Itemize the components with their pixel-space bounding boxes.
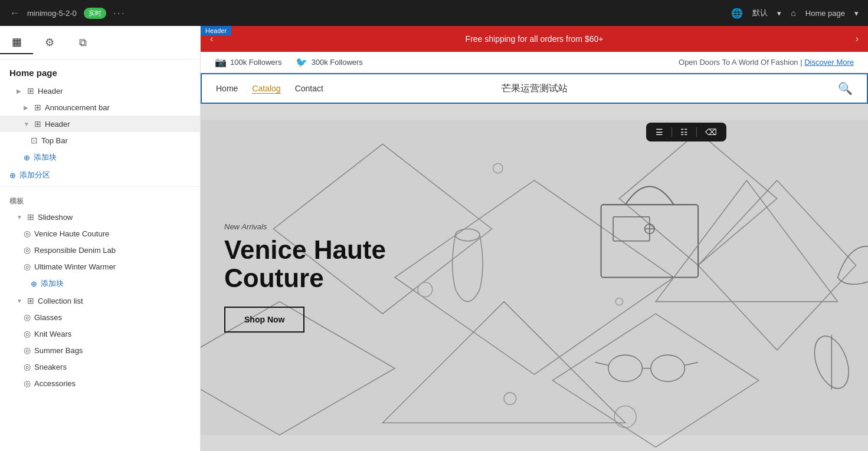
slide-icon-3: ◎ [24,262,31,271]
announcement-text: Free shipping for all orders from $60+ [466,34,604,44]
collection-icon-3: ◎ [24,345,31,355]
home-icon: ⌂ [791,8,795,18]
add-block-button-2[interactable]: ⊕ 添加块 [0,275,200,292]
slide-label-2: Responsible Denim Lab [34,246,191,255]
toolbar-list-icon[interactable]: ☷ [677,126,692,138]
sidebar-item-slide-3[interactable]: ◎ Ultimate Winter Warmer [0,258,200,275]
sidebar-item-slide-2[interactable]: ◎ Responsible Denim Lab [0,242,200,258]
facebook-icon: 🐦 [296,57,307,68]
header-icon: ⊞ [34,119,41,129]
hero-supertitle: New Arrivals [224,222,401,231]
app-title: minimog-5-2-0 [27,9,77,18]
website-preview: Header ‹ Free shipping for all orders fr… [201,26,868,451]
top-bar-icon: ⊡ [31,136,38,145]
templates-section-label: 模板 [0,189,200,209]
hero-title: Venice Haute Couture [224,236,401,293]
hero-content: New Arrivals Venice Haute Couture Shop N… [224,222,401,333]
toolbar-clear-icon[interactable]: ⌫ [702,126,720,138]
sidebar-item-knit-wears[interactable]: ◎ Knit Wears [0,325,200,342]
sidebar-item-accessories[interactable]: ◎ Accessories [0,375,200,391]
home-page-label[interactable]: Home page [805,9,845,18]
sidebar-item-sneakers[interactable]: ◎ Sneakers [0,358,200,375]
expand-icon: ▶ [17,88,24,94]
slide-label-1: Venice Haute Couture [34,229,191,238]
sidebar-icon-layers[interactable]: ▦ [0,31,33,54]
hero-area: New Arrivals Venice Haute Couture Shop N… [201,104,868,451]
globe-icon: 🌐 [731,8,743,19]
nav-link-home[interactable]: Home [216,84,238,94]
collection-list-icon: ⊞ [27,296,34,305]
instagram-icon: 📷 [215,57,227,68]
sidebar-icon-grid[interactable]: ⧉ [66,31,99,54]
sidebar-item-slideshow[interactable]: ▼ ⊞ Slideshow [0,209,200,225]
slide-icon-1: ◎ [24,229,31,238]
sidebar-item-top-bar[interactable]: ⊡ Top Bar [0,132,200,149]
facebook-social: 🐦 300k Followers [296,57,362,68]
instagram-social: 📷 100k Followers [215,57,281,68]
divider-1 [0,186,200,187]
discover-more-link[interactable]: Discover More [804,58,854,67]
add-section-button[interactable]: ⊕ 添加分区 [0,166,200,184]
add-block-button-1[interactable]: ⊕ 添加块 [0,149,200,166]
instagram-followers: 100k Followers [230,58,281,67]
slide-icon-2: ◎ [24,245,31,255]
sidebar-page-header: Home page [0,60,200,83]
collection-icon-4: ◎ [24,362,31,371]
sidebar-item-header-group[interactable]: ▶ ⊞ Header [0,83,200,99]
plus-icon-2: ⊕ [9,171,16,180]
sidebar-item-header[interactable]: ▼ ⊞ Header [0,116,200,132]
collection-label-5: Accessories [34,379,191,388]
chrome-right-actions: 🌐 默认 ▾ ⌂ Home page ▾ [731,8,859,19]
sidebar-item-collection-list[interactable]: ▼ ⊞ Collection list [0,292,200,309]
sidebar-item-slide-1[interactable]: ◎ Venice Haute Couture [0,225,200,242]
more-options-button[interactable]: ··· [113,7,126,19]
plus-icon-1: ⊕ [24,153,30,162]
shop-now-button[interactable]: Shop Now [224,307,304,333]
announcement-prev-arrow[interactable]: ‹ [210,34,213,44]
slideshow-label: Slideshow [38,213,191,222]
collection-list-label: Collection list [38,297,191,305]
collection-icon-2: ◎ [24,329,31,338]
chevron-down-icon: ▾ [777,9,781,18]
preview-frame: Header ‹ Free shipping for all orders fr… [201,26,868,451]
back-button[interactable]: ← [9,7,20,19]
collection-icon-1: ◎ [24,312,31,322]
slide-label-3: Ultimate Winter Warmer [34,262,191,271]
chevron-down-icon2: ▾ [854,9,859,18]
facebook-followers: 300k Followers [311,58,362,67]
tagline: Open Doors To A World Of Fashion | Disco… [679,58,854,67]
toolbar-divider-1 [672,127,672,137]
collection-label-1: Glasses [34,313,191,322]
toolbar-align-icon[interactable]: ☰ [652,126,667,138]
expand-icon4: ▼ [17,214,24,220]
expand-icon5: ▼ [17,298,24,304]
content-area: Header ‹ Free shipping for all orders fr… [201,26,868,451]
live-badge: 实时 [84,8,106,19]
sidebar-icon-row: ▦ ⚙ ⧉ [0,26,200,60]
chrome-bar: ← minimog-5-2-0 实时 ··· 🌐 默认 ▾ ⌂ Home pag… [0,0,868,26]
announcement-icon: ⊞ [34,103,41,112]
sidebar-item-summer-bags[interactable]: ◎ Summer Bags [0,342,200,358]
top-bar-label: Top Bar [41,136,191,145]
nav-link-catalog[interactable]: Catalog [252,84,280,94]
announcement-next-arrow[interactable]: › [856,34,859,44]
sidebar-item-glasses[interactable]: ◎ Glasses [0,309,200,325]
sidebar-icon-settings[interactable]: ⚙ [33,31,66,54]
expand-icon3: ▼ [24,121,31,127]
sidebar-item-announcement[interactable]: ▶ ⊞ Announcement bar [0,99,200,116]
nav-link-contact[interactable]: Contact [295,84,323,94]
header-group-icon: ⊞ [27,86,34,96]
slideshow-icon: ⊞ [27,212,34,222]
tagline-text: Open Doors To A World Of Fashion | [679,58,804,67]
collection-icon-5: ◎ [24,378,31,388]
main-layout: ▦ ⚙ ⧉ Home page ▶ ⊞ Header ▶ ⊞ Announcem… [0,26,868,451]
announcement-label: Announcement bar [45,103,191,112]
collection-label-2: Knit Wears [34,330,191,338]
header-group-label: Header [38,87,191,96]
nav-bar: Home Catalog Contact 芒果运营测试站 🔍 [201,73,868,104]
floating-toolbar: ☰ ☷ ⌫ [646,123,726,141]
collection-label-4: Sneakers [34,363,191,371]
default-label[interactable]: 默认 [752,8,768,18]
nav-links: Home Catalog Contact [216,84,323,94]
search-icon[interactable]: 🔍 [838,81,853,96]
